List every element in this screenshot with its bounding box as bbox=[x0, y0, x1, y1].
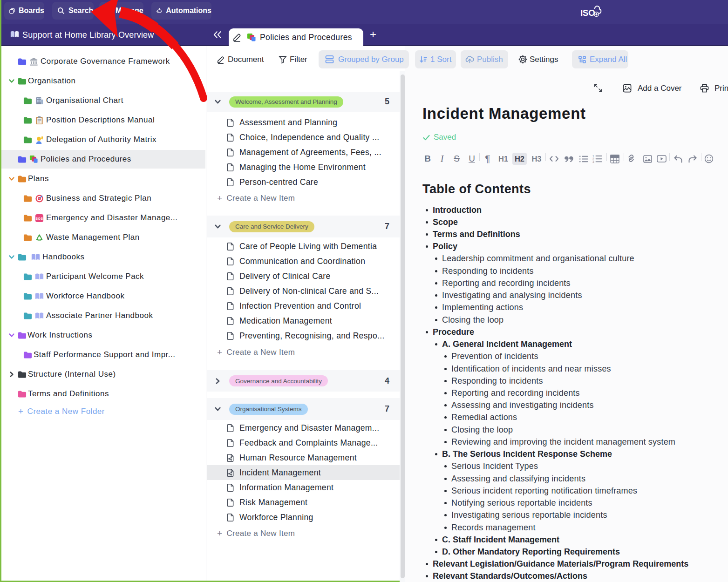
svg-text:ISO: ISO bbox=[580, 8, 595, 18]
svg-text:SOS: SOS bbox=[36, 217, 43, 220]
svg-text:3: 3 bbox=[592, 160, 594, 163]
